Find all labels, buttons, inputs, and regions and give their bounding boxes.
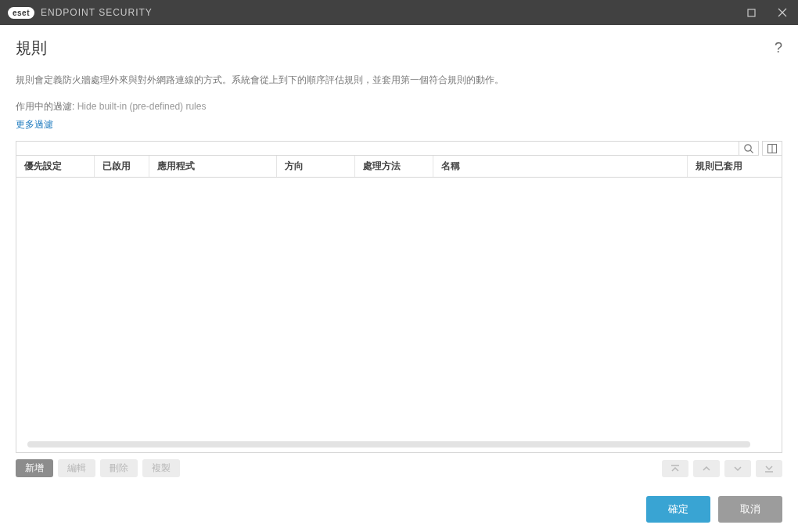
search-input[interactable] (16, 141, 739, 156)
page-description: 規則會定義防火牆處理外來與對外網路連線的方式。系統會從上到下的順序評估規則，並套… (16, 73, 782, 88)
svg-point-3 (745, 144, 751, 150)
svg-line-4 (750, 150, 753, 153)
delete-button: 刪除 (100, 459, 138, 477)
move-down-button (724, 460, 751, 477)
window-controls (735, 0, 798, 25)
product-name: ENDPOINT SECURITY (41, 7, 153, 18)
brand-logo: eset (8, 7, 34, 19)
table-header: 優先設定 已啟用 應用程式 方向 處理方法 名稱 規則已套用 (16, 156, 782, 178)
rules-table: 優先設定 已啟用 應用程式 方向 處理方法 名稱 規則已套用 (16, 156, 782, 453)
active-filter-label: 作用中的過濾: (16, 101, 74, 112)
search-icon[interactable] (739, 141, 759, 156)
col-direction[interactable]: 方向 (277, 156, 355, 177)
table-body[interactable] (16, 178, 782, 452)
page-title: 規則 (16, 38, 47, 59)
more-filter-link[interactable]: 更多過濾 (16, 118, 782, 131)
add-button[interactable]: 新增 (16, 459, 53, 477)
col-name[interactable]: 名稱 (433, 156, 688, 177)
window-titlebar: eset ENDPOINT SECURITY (0, 0, 798, 25)
col-enabled[interactable]: 已啟用 (95, 156, 149, 177)
move-up-button (693, 460, 720, 477)
col-application[interactable]: 應用程式 (149, 156, 277, 177)
horizontal-scrollbar[interactable] (27, 441, 750, 448)
copy-button: 複製 (142, 459, 180, 477)
ok-button[interactable]: 確定 (646, 496, 710, 523)
window-maximize-button[interactable] (735, 0, 767, 25)
cancel-button[interactable]: 取消 (718, 496, 782, 523)
svg-rect-0 (748, 9, 755, 16)
active-filter-line: 作用中的過濾: Hide built-in (pre-defined) rule… (16, 100, 782, 113)
col-applied[interactable]: 規則已套用 (688, 156, 782, 177)
move-bottom-button (756, 460, 782, 477)
window-close-button[interactable] (767, 0, 798, 25)
active-filter-value: Hide built-in (pre-defined) rules (77, 101, 207, 112)
col-method[interactable]: 處理方法 (355, 156, 433, 177)
move-top-button (662, 460, 688, 477)
col-priority[interactable]: 優先設定 (16, 156, 95, 177)
columns-icon[interactable] (762, 141, 782, 156)
edit-button: 編輯 (58, 459, 95, 477)
help-icon[interactable]: ? (775, 40, 782, 56)
